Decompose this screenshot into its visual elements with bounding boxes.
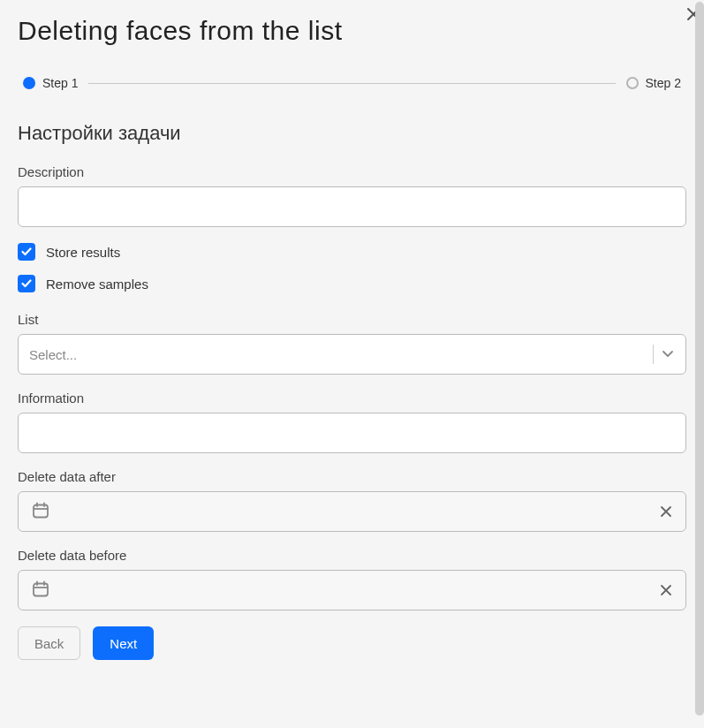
section-heading: Настройки задачи	[18, 122, 686, 145]
calendar-icon	[31, 580, 50, 602]
information-label: Information	[18, 391, 686, 406]
list-select[interactable]: Select...	[18, 334, 686, 375]
back-button[interactable]: Back	[18, 626, 80, 660]
step-2[interactable]: Step 2	[626, 76, 681, 90]
store-results-label: Store results	[46, 245, 120, 260]
clear-after-icon[interactable]	[659, 504, 673, 519]
delete-before-input[interactable]	[18, 570, 686, 610]
chevron-down-icon	[661, 346, 675, 363]
step-1-circle-icon	[23, 77, 35, 89]
svg-rect-0	[34, 504, 48, 517]
stepper: Step 1 Step 2	[18, 76, 686, 90]
step-2-circle-icon	[626, 77, 639, 89]
step-line	[88, 83, 615, 84]
delete-before-label: Delete data before	[18, 548, 686, 563]
delete-after-input[interactable]	[18, 491, 686, 532]
step-1[interactable]: Step 1	[23, 76, 78, 90]
calendar-icon	[31, 501, 50, 523]
description-input[interactable]	[18, 186, 686, 227]
remove-samples-checkbox[interactable]	[18, 275, 35, 292]
next-button[interactable]: Next	[93, 626, 154, 660]
information-input[interactable]	[18, 413, 686, 453]
list-placeholder: Select...	[29, 347, 77, 362]
page-title: Deleting faces from the list	[18, 16, 686, 46]
list-label: List	[18, 312, 686, 327]
svg-rect-1	[34, 583, 48, 595]
description-label: Description	[18, 164, 686, 179]
step-2-label: Step 2	[646, 76, 681, 90]
clear-before-icon[interactable]	[659, 583, 673, 597]
select-divider	[653, 345, 654, 364]
store-results-checkbox[interactable]	[18, 243, 35, 261]
delete-after-label: Delete data after	[18, 469, 686, 484]
remove-samples-label: Remove samples	[46, 277, 148, 292]
step-1-label: Step 1	[42, 76, 78, 90]
scrollbar[interactable]	[695, 2, 704, 716]
